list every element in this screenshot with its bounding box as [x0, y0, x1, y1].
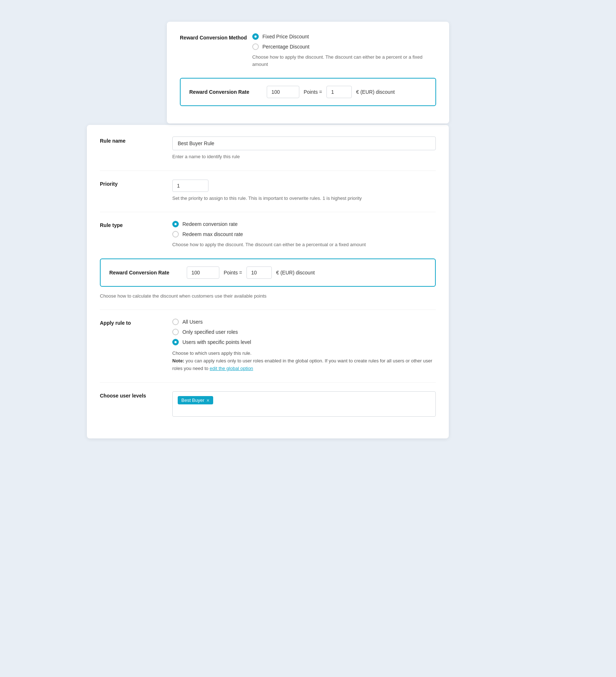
- top-points-equal: Points =: [304, 89, 322, 95]
- choose-user-levels-content: Best Buyer ×: [172, 391, 436, 417]
- apply-rule-row: Apply rule to All Users Only specified u…: [100, 319, 436, 372]
- main-eur-label: € (EUR) discount: [276, 270, 315, 276]
- conversion-method-radio-group: Fixed Price Discount Percentage Discount: [252, 33, 436, 50]
- percentage-radio-circle[interactable]: [252, 43, 259, 50]
- rule-type-radio-group: Redeem conversion rate Redeem max discou…: [172, 221, 436, 237]
- specified-roles-radio[interactable]: [172, 329, 179, 335]
- rule-name-row: Rule name Enter a name to identify this …: [100, 136, 436, 160]
- redeem-max-radio[interactable]: [172, 231, 179, 237]
- conversion-rate-below-help: Choose how to calculate the discount whe…: [100, 293, 436, 300]
- top-conversion-inputs: Points = € (EUR) discount: [267, 86, 395, 98]
- priority-help: Set the priority to assign to this rule.…: [172, 195, 436, 202]
- apply-rule-radio-group: All Users Only specified user roles User…: [172, 319, 436, 345]
- top-points-input[interactable]: [267, 86, 299, 98]
- specific-points-label: Users with specific points level: [182, 339, 251, 345]
- rule-type-help: Choose how to apply the discount. The di…: [172, 241, 436, 248]
- priority-content: Set the priority to assign to this rule.…: [172, 180, 436, 202]
- redeem-conversion-rate-option[interactable]: Redeem conversion rate: [172, 221, 436, 227]
- specified-roles-label: Only specified user roles: [182, 329, 238, 335]
- apply-rule-note-prefix: Choose to which users apply this rule.: [172, 350, 252, 356]
- edit-global-option-link[interactable]: edit the global option: [210, 366, 253, 371]
- apply-rule-note: Choose to which users apply this rule. N…: [172, 350, 436, 372]
- priority-row: Priority Set the priority to assign to t…: [100, 180, 436, 202]
- top-conversion-rate-label: Reward Conversion Rate: [189, 89, 262, 95]
- all-users-label: All Users: [182, 319, 203, 325]
- user-levels-box[interactable]: Best Buyer ×: [172, 391, 436, 417]
- reward-conversion-method-content: Fixed Price Discount Percentage Discount…: [252, 33, 436, 68]
- main-conversion-rate-section: Reward Conversion Rate Points = € (EUR) …: [100, 258, 436, 287]
- top-conversion-rate-section: Reward Conversion Rate Points = € (EUR) …: [180, 78, 436, 106]
- choose-user-levels-row: Choose user levels Best Buyer ×: [100, 391, 436, 417]
- best-buyer-tag-label: Best Buyer: [181, 398, 204, 403]
- percentage-discount-option[interactable]: Percentage Discount: [252, 43, 436, 50]
- divider-3: [100, 310, 436, 310]
- top-eur-label: € (EUR) discount: [356, 89, 395, 95]
- rule-name-label: Rule name: [100, 136, 172, 144]
- rule-type-content: Redeem conversion rate Redeem max discou…: [172, 221, 436, 248]
- specific-points-level-option[interactable]: Users with specific points level: [172, 339, 436, 345]
- redeem-conversion-label: Redeem conversion rate: [182, 221, 238, 227]
- divider-4: [100, 382, 436, 383]
- specified-roles-option[interactable]: Only specified user roles: [172, 329, 436, 335]
- priority-input[interactable]: [172, 180, 208, 192]
- priority-label: Priority: [100, 180, 172, 187]
- main-conversion-inputs: Points = € (EUR) discount: [187, 266, 315, 279]
- main-conversion-rate-row: Reward Conversion Rate Points = € (EUR) …: [109, 266, 426, 279]
- redeem-conversion-radio[interactable]: [172, 221, 179, 227]
- best-buyer-tag: Best Buyer ×: [178, 396, 213, 404]
- all-users-option[interactable]: All Users: [172, 319, 436, 325]
- apply-rule-content: All Users Only specified user roles User…: [172, 319, 436, 372]
- rule-name-content: Enter a name to identify this rule: [172, 136, 436, 160]
- conversion-method-help: Choose how to apply the discount. The di…: [252, 54, 436, 68]
- redeem-max-discount-option[interactable]: Redeem max discount rate: [172, 231, 436, 237]
- top-discount-input[interactable]: [326, 86, 352, 98]
- rule-type-label: Rule type: [100, 221, 172, 228]
- main-points-input[interactable]: [187, 266, 219, 279]
- fixed-price-label: Fixed Price Discount: [262, 34, 309, 39]
- divider-2: [100, 212, 436, 212]
- top-card: Reward Conversion Method Fixed Price Dis…: [167, 22, 449, 123]
- fixed-price-radio-circle[interactable]: [252, 33, 259, 40]
- best-buyer-tag-close[interactable]: ×: [207, 398, 210, 403]
- percentage-label: Percentage Discount: [262, 44, 309, 50]
- specific-points-radio[interactable]: [172, 339, 179, 345]
- all-users-radio[interactable]: [172, 319, 179, 325]
- redeem-max-label: Redeem max discount rate: [182, 231, 243, 237]
- choose-user-levels-label: Choose user levels: [100, 391, 172, 399]
- main-points-equal: Points =: [224, 270, 242, 276]
- rule-type-row: Rule type Redeem conversion rate Redeem …: [100, 221, 436, 248]
- apply-rule-note-bold: Note:: [172, 358, 184, 363]
- main-card: Rule name Enter a name to identify this …: [87, 125, 449, 438]
- rule-name-help: Enter a name to identify this rule: [172, 153, 436, 160]
- rule-name-input[interactable]: [172, 136, 436, 150]
- reward-conversion-method-row: Reward Conversion Method Fixed Price Dis…: [180, 33, 436, 68]
- divider-1: [100, 171, 436, 171]
- main-conversion-rate-label: Reward Conversion Rate: [109, 270, 182, 276]
- reward-conversion-method-label: Reward Conversion Method: [180, 33, 252, 41]
- top-conversion-rate-row: Reward Conversion Rate Points = € (EUR) …: [189, 86, 427, 98]
- main-discount-input[interactable]: [246, 266, 272, 279]
- fixed-price-discount-option[interactable]: Fixed Price Discount: [252, 33, 436, 40]
- apply-rule-label: Apply rule to: [100, 319, 172, 326]
